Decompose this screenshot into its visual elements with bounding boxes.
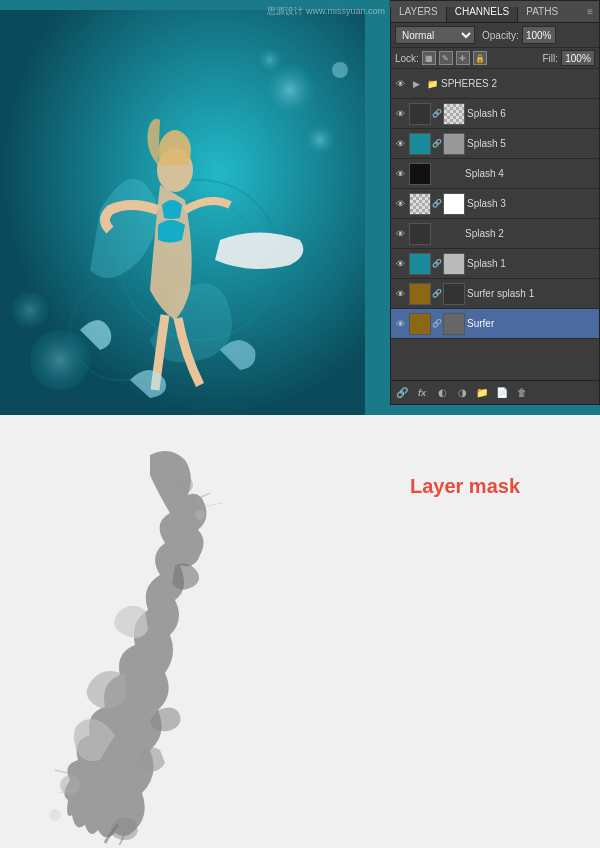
- layers-panel: LAYERS CHANNELS PATHS ≡ Normal Multiply …: [390, 0, 600, 405]
- lock-row: Lock: ▦ ✎ ✛ 🔒 Fill:: [391, 48, 599, 69]
- layer-chain-icon[interactable]: 🔗: [433, 257, 441, 271]
- layer-mask-thumbnail: [443, 313, 465, 335]
- layer-mask-thumbnail: [443, 103, 465, 125]
- svg-point-3: [258, 48, 282, 72]
- layer-name: Surfer: [467, 318, 597, 329]
- layer-name: SPHERES 2: [441, 78, 597, 89]
- layer-visibility-icon[interactable]: 👁: [393, 137, 407, 151]
- layer-chain-icon[interactable]: 🔗: [433, 317, 441, 331]
- lock-all-icon[interactable]: 🔒: [473, 51, 487, 65]
- layer-name: Splash 4: [465, 168, 597, 179]
- layer-group-icon: 📁: [425, 77, 439, 91]
- layer-row[interactable]: 👁 🔗 Splash 1: [391, 249, 599, 279]
- fill-label: Fill:: [542, 53, 558, 64]
- adjustment-icon[interactable]: ◑: [455, 386, 469, 400]
- layer-thumbnail: [409, 193, 431, 215]
- blend-mode-select[interactable]: Normal Multiply Screen Overlay: [395, 26, 475, 44]
- layer-visibility-icon[interactable]: 👁: [393, 287, 407, 301]
- lock-label: Lock:: [395, 53, 419, 64]
- layer-row[interactable]: 👁 🔗 Splash 5: [391, 129, 599, 159]
- opacity-label: Opacity:: [482, 30, 519, 41]
- bottom-section: Layer mask: [0, 415, 600, 848]
- canvas-area: [0, 10, 365, 415]
- fx-icon[interactable]: fx: [415, 386, 429, 400]
- link-icon[interactable]: 🔗: [395, 386, 409, 400]
- svg-point-1: [265, 65, 315, 115]
- opacity-input[interactable]: [522, 26, 556, 44]
- window-chrome: [389, 1, 599, 7]
- svg-point-12: [177, 477, 193, 493]
- layer-mask-thumbnail: [443, 253, 465, 275]
- panel-menu-icon[interactable]: ≡: [587, 6, 599, 17]
- layer-visibility-icon[interactable]: 👁: [393, 77, 407, 91]
- svg-point-5: [30, 330, 90, 390]
- layer-name: Splash 2: [465, 228, 597, 239]
- layer-row[interactable]: 👁 🔗 Surfer splash 1: [391, 279, 599, 309]
- mask-image-area: [30, 425, 310, 845]
- layer-chain-icon[interactable]: 🔗: [433, 107, 441, 121]
- layer-row[interactable]: 👁 Splash 4: [391, 159, 599, 189]
- layer-name: Surfer splash 1: [467, 288, 597, 299]
- layers-list: 👁 ▶ 📁 SPHERES 2 👁 🔗 Splash 6 👁 🔗 Splash …: [391, 69, 599, 380]
- layer-visibility-icon[interactable]: 👁: [393, 197, 407, 211]
- group-icon[interactable]: 📁: [475, 386, 489, 400]
- layer-row[interactable]: 👁 🔗 Surfer: [391, 309, 599, 339]
- svg-point-13: [195, 510, 205, 520]
- layer-row[interactable]: 👁 🔗 Splash 6: [391, 99, 599, 129]
- layer-thumbnail: [409, 253, 431, 275]
- layer-visibility-icon[interactable]: 👁: [393, 317, 407, 331]
- layer-mask-label: Layer mask: [410, 475, 520, 498]
- layer-thumbnail: [409, 313, 431, 335]
- layer-chain-icon[interactable]: 🔗: [433, 287, 441, 301]
- fill-input[interactable]: [561, 50, 595, 66]
- layer-mask-thumbnail: [443, 283, 465, 305]
- mask-icon[interactable]: ◐: [435, 386, 449, 400]
- layer-thumbnail: [409, 133, 431, 155]
- layer-thumbnail: [409, 223, 431, 245]
- new-layer-icon[interactable]: 📄: [495, 386, 509, 400]
- panel-footer: 🔗 fx ◐ ◑ 📁 📄 🗑: [391, 380, 599, 404]
- layer-mask-thumbnail: [443, 133, 465, 155]
- watermark: 思源设计 www.missyuan.com: [267, 5, 385, 18]
- layer-chain-icon[interactable]: 🔗: [433, 197, 441, 211]
- layer-thumbnail: [409, 163, 431, 185]
- layer-name: Splash 6: [467, 108, 597, 119]
- layer-thumbnail: [409, 103, 431, 125]
- layer-visibility-icon[interactable]: 👁: [393, 107, 407, 121]
- top-section: 思源设计 www.missyuan.com LAYERS CHANNELS PA…: [0, 0, 600, 415]
- svg-point-4: [332, 62, 348, 78]
- layer-mask-thumbnail: [443, 193, 465, 215]
- layer-row[interactable]: 👁 ▶ 📁 SPHERES 2: [391, 69, 599, 99]
- layer-folder-icon: ▶: [409, 77, 423, 91]
- layer-visibility-icon[interactable]: 👁: [393, 167, 407, 181]
- layer-thumbnail: [409, 283, 431, 305]
- delete-layer-icon[interactable]: 🗑: [515, 386, 529, 400]
- lock-brush-icon[interactable]: ✎: [439, 51, 453, 65]
- layer-name: Splash 1: [467, 258, 597, 269]
- layer-chain-icon[interactable]: 🔗: [433, 137, 441, 151]
- layer-name: Splash 3: [467, 198, 597, 209]
- svg-point-2: [305, 125, 335, 155]
- blend-mode-row: Normal Multiply Screen Overlay Opacity:: [391, 23, 599, 48]
- lock-transparency-icon[interactable]: ▦: [422, 51, 436, 65]
- layer-visibility-icon[interactable]: 👁: [393, 257, 407, 271]
- lock-move-icon[interactable]: ✛: [456, 51, 470, 65]
- svg-point-6: [12, 292, 48, 328]
- svg-point-15: [49, 809, 61, 821]
- layer-row[interactable]: 👁 🔗 Splash 3: [391, 189, 599, 219]
- layer-row[interactable]: 👁 Splash 2: [391, 219, 599, 249]
- layer-visibility-icon[interactable]: 👁: [393, 227, 407, 241]
- layer-name: Splash 5: [467, 138, 597, 149]
